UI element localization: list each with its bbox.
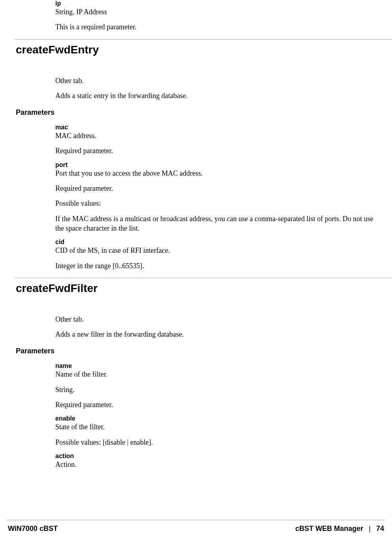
param-name-req: Required parameter. bbox=[55, 400, 376, 409]
param-mac-req: Required parameter. bbox=[55, 146, 376, 155]
param-enable-name: enable bbox=[55, 415, 376, 422]
param-port-req: Required parameter. bbox=[55, 184, 376, 193]
sec2-intro2: Adds a new filter in the forwarding data… bbox=[55, 330, 376, 339]
param-enable-pv: Possible values: [disable | enable]. bbox=[55, 438, 376, 447]
param-mac-name: mac bbox=[55, 124, 376, 131]
section-divider bbox=[15, 39, 392, 40]
param-ip-note: This is a required parameter. bbox=[55, 22, 376, 32]
param-port-desc: Port that you use to access the above MA… bbox=[55, 169, 376, 178]
param-ip-name: ip bbox=[55, 0, 376, 7]
heading-createfwdentry: createFwdEntry bbox=[16, 44, 384, 56]
sec1-parameters-label: Parameters bbox=[16, 108, 384, 117]
footer-right-title: cBST WEB Manager bbox=[295, 525, 363, 533]
page-footer: WiN7000 cBST cBST WEB Manager | 74 bbox=[8, 525, 384, 533]
sec2-intro1: Other tab. bbox=[55, 315, 376, 324]
param-name-desc: Name of the filter. bbox=[55, 369, 376, 379]
param-name-name: name bbox=[55, 362, 376, 369]
sec1-intro2: Adds a static entry in the forwarding da… bbox=[55, 91, 376, 100]
param-cid-name: cid bbox=[55, 239, 376, 246]
param-action-name: action bbox=[55, 453, 376, 460]
param-action-desc: Action. bbox=[55, 460, 376, 469]
param-enable-desc: State of the filter. bbox=[55, 422, 376, 432]
sec1-intro1: Other tab. bbox=[55, 76, 376, 85]
param-port-pv: Possible values: bbox=[55, 199, 376, 208]
param-cid-desc: CID of the MS, in case of RFI interface. bbox=[55, 246, 376, 255]
footer-divider bbox=[7, 520, 385, 520]
param-ip-desc: String. IP Address bbox=[55, 7, 376, 17]
param-mac-desc: MAC address. bbox=[55, 131, 376, 140]
footer-page-number: 74 bbox=[376, 525, 384, 533]
param-name-type: String. bbox=[55, 385, 376, 394]
footer-left: WiN7000 cBST bbox=[8, 525, 58, 533]
heading-createfwdfilter: createFwdFilter bbox=[16, 282, 384, 295]
section-divider bbox=[15, 278, 392, 278]
param-cid-range: Integer in the range [0..65535]. bbox=[55, 261, 376, 271]
footer-separator: | bbox=[369, 525, 371, 533]
param-port-name: port bbox=[55, 161, 376, 169]
param-port-note: If the MAC address is a multicast or bro… bbox=[55, 214, 376, 233]
sec2-parameters-label: Parameters bbox=[16, 347, 384, 355]
